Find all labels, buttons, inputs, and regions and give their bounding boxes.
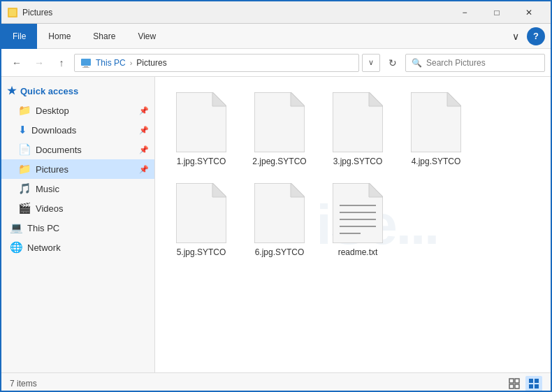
- minimize-button[interactable]: −: [449, 1, 481, 24]
- file-item[interactable]: readme.txt: [323, 179, 393, 261]
- sidebar-label-network: Network: [27, 242, 61, 253]
- sidebar-label-desktop: Desktop: [36, 106, 69, 116]
- sidebar-item-pictures[interactable]: 📁 Pictures 📌: [1, 159, 154, 179]
- svg-marker-14: [212, 183, 226, 197]
- svg-marker-10: [369, 92, 383, 106]
- svg-rect-30: [529, 384, 533, 389]
- maximize-button[interactable]: □: [481, 1, 513, 24]
- file-label: 1.jpg.SYTCO: [177, 157, 226, 166]
- address-path[interactable]: This PC › Pictures: [74, 54, 359, 72]
- sidebar-item-desktop[interactable]: 📁 Desktop 📌: [1, 101, 154, 120]
- close-button[interactable]: ✕: [513, 1, 545, 24]
- folder-icon-desktop: 📁: [18, 104, 31, 117]
- svg-marker-6: [212, 92, 226, 106]
- file-item[interactable]: 3.jpg.SYTCO: [323, 88, 393, 170]
- star-icon: ★: [7, 85, 16, 97]
- sidebar-label-pictures: Pictures: [36, 164, 68, 175]
- pin-icon-documents: 📌: [139, 145, 149, 154]
- download-icon: ⬇: [18, 124, 27, 136]
- sidebar-item-music[interactable]: 🎵 Music: [1, 179, 154, 198]
- title-bar: Pictures − □ ✕: [1, 1, 551, 24]
- file-icon: [254, 183, 305, 243]
- file-item[interactable]: 6.jpg.SYTCO: [245, 179, 314, 261]
- file-label: 2.jpeg.SYTCO: [252, 157, 306, 166]
- file-icon: [176, 183, 226, 243]
- status-bar: 7 items: [1, 372, 551, 392]
- file-icon: [333, 92, 383, 152]
- large-icons-view-button[interactable]: [525, 376, 542, 391]
- sidebar-item-this-pc[interactable]: 💻 This PC: [1, 218, 154, 238]
- sidebar-label-music: Music: [36, 184, 59, 194]
- file-icon: [254, 92, 305, 152]
- file-label: 5.jpg.SYTCO: [177, 247, 226, 257]
- content-area: iSe... 1.jpg.SYTCO 2.jpeg.SYTCO 3.jpg.SY…: [155, 77, 551, 372]
- svg-rect-24: [509, 379, 514, 383]
- file-icon: [411, 92, 461, 152]
- tab-file[interactable]: File: [1, 24, 37, 49]
- up-button[interactable]: ↑: [52, 53, 71, 73]
- back-button[interactable]: ←: [7, 53, 27, 73]
- main-layout: ★ Quick access 📁 Desktop 📌 ⬇ Downloads 📌…: [1, 77, 551, 372]
- file-label: 4.jpg.SYTCO: [412, 157, 461, 166]
- sidebar-label-videos: Videos: [36, 203, 64, 214]
- sidebar-label-quick-access: Quick access: [20, 86, 78, 96]
- refresh-button[interactable]: ↻: [383, 53, 402, 73]
- search-input[interactable]: [426, 58, 539, 68]
- path-segment-pictures: Pictures: [136, 58, 166, 68]
- path-segment-thispc: This PC: [96, 58, 126, 68]
- video-icon: 🎬: [18, 202, 31, 215]
- ribbon-expand: ∨ ?: [507, 27, 551, 45]
- help-button[interactable]: ?: [527, 27, 545, 45]
- sidebar-item-documents[interactable]: 📄 Documents 📌: [1, 140, 154, 159]
- doc-icon: 📄: [18, 143, 31, 156]
- pin-icon-downloads: 📌: [139, 126, 149, 135]
- sidebar-item-downloads[interactable]: ⬇ Downloads 📌: [1, 120, 154, 140]
- svg-rect-1: [9, 9, 16, 16]
- svg-rect-27: [515, 384, 519, 389]
- tab-home[interactable]: Home: [37, 24, 82, 49]
- file-item[interactable]: 5.jpg.SYTCO: [166, 179, 236, 261]
- file-label: readme.txt: [338, 247, 378, 257]
- file-item[interactable]: 1.jpg.SYTCO: [166, 88, 236, 170]
- svg-marker-12: [447, 92, 461, 106]
- tab-view[interactable]: View: [126, 24, 167, 49]
- grid-view-button[interactable]: [506, 376, 523, 391]
- view-switcher: [506, 376, 542, 391]
- svg-marker-18: [369, 183, 383, 197]
- item-count: 7 items: [10, 379, 37, 389]
- computer-icon: [80, 57, 92, 68]
- ribbon: File Home Share View ∨ ?: [1, 24, 551, 49]
- pin-icon-pictures: 📌: [139, 165, 149, 174]
- svg-rect-4: [82, 67, 89, 68]
- file-icon: [176, 92, 226, 152]
- network-icon: 🌐: [10, 241, 23, 254]
- file-label: 3.jpg.SYTCO: [333, 157, 383, 166]
- sidebar-item-videos[interactable]: 🎬 Videos: [1, 198, 154, 218]
- search-box: 🔍: [405, 54, 545, 72]
- forward-button[interactable]: →: [29, 53, 49, 73]
- svg-rect-26: [509, 384, 514, 389]
- tab-share[interactable]: Share: [82, 24, 126, 49]
- sidebar-item-quick-access[interactable]: ★ Quick access: [1, 81, 154, 101]
- sidebar: ★ Quick access 📁 Desktop 📌 ⬇ Downloads 📌…: [1, 77, 155, 372]
- app-icon: [7, 7, 18, 18]
- sidebar-item-network[interactable]: 🌐 Network: [1, 238, 154, 257]
- svg-rect-31: [535, 384, 539, 389]
- address-chevron[interactable]: ∨: [362, 54, 380, 72]
- folder-icon-pictures: 📁: [18, 163, 31, 175]
- window-controls: − □ ✕: [449, 1, 545, 24]
- sidebar-label-documents: Documents: [36, 145, 82, 155]
- svg-rect-29: [535, 379, 539, 383]
- svg-rect-28: [529, 379, 533, 383]
- pin-icon-desktop: 📌: [139, 106, 149, 115]
- expand-ribbon-button[interactable]: ∨: [507, 28, 524, 45]
- file-label: 6.jpg.SYTCO: [255, 247, 305, 257]
- search-icon: 🔍: [412, 58, 422, 68]
- sidebar-label-this-pc: This PC: [27, 223, 59, 233]
- svg-marker-8: [291, 92, 305, 106]
- svg-rect-25: [515, 379, 519, 383]
- window-title: Pictures: [22, 8, 449, 17]
- file-item[interactable]: 2.jpeg.SYTCO: [245, 88, 314, 170]
- file-item[interactable]: 4.jpg.SYTCO: [401, 88, 471, 170]
- svg-marker-16: [291, 183, 305, 197]
